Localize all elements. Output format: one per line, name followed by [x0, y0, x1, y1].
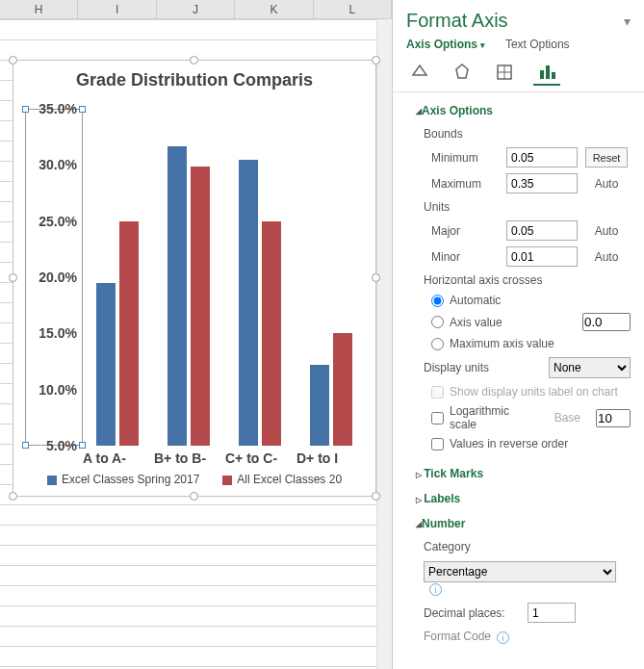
spreadsheet-area: H I J K L Grade Distribution Comparis [0, 0, 392, 669]
show-units-label-checkbox [431, 386, 444, 399]
legend-label: All Excel Classes 20 [237, 473, 342, 486]
max-axis-value-radio[interactable] [431, 338, 444, 350]
format-axis-pane: Format Axis ▾ Axis Options Text Options … [392, 0, 644, 669]
units-label: Units [416, 196, 631, 218]
y-tick: 35.0% [25, 101, 83, 116]
bar-series-1[interactable] [119, 221, 139, 446]
auto-label: Auto [585, 250, 628, 264]
bar-series-0[interactable] [167, 146, 187, 447]
x-tick: B+ to B- [154, 450, 225, 470]
svg-rect-5 [546, 65, 550, 79]
size-properties-icon[interactable] [491, 59, 518, 86]
log-base-input[interactable] [596, 409, 631, 427]
display-units-select[interactable]: None [549, 357, 631, 378]
col-header[interactable]: K [235, 0, 313, 18]
y-tick: 15.0% [25, 325, 83, 341]
log-base-label: Base [554, 411, 580, 425]
chart-title[interactable]: Grade Distribution Comparis [13, 61, 375, 94]
reverse-order-label: Values in reverse order [450, 437, 568, 450]
format-code-label: Format Code [424, 630, 491, 643]
x-tick: A to A- [83, 450, 154, 470]
max-axis-value-label: Maximum axis value [450, 337, 554, 350]
bar-series-0[interactable] [239, 160, 258, 447]
chart-object[interactable]: Grade Distribution Comparis 35.0% 30.0% … [13, 60, 376, 497]
svg-marker-0 [456, 64, 468, 78]
minor-label: Minor [431, 250, 499, 264]
decimal-places-input[interactable] [528, 603, 576, 623]
y-tick: 20.0% [25, 270, 83, 285]
reverse-order-checkbox[interactable] [431, 438, 444, 450]
auto-label: Auto [585, 177, 628, 191]
resize-handle-e[interactable] [372, 273, 380, 282]
bars-area [83, 109, 370, 446]
decimal-places-label: Decimal places: [424, 606, 520, 620]
resize-handle-n[interactable] [190, 56, 198, 64]
text-options-tab[interactable]: Text Options [505, 38, 570, 51]
reset-button[interactable]: Reset [585, 147, 628, 167]
automatic-label: Automatic [450, 294, 501, 307]
pane-title: Format Axis [406, 10, 508, 32]
automatic-radio[interactable] [431, 295, 444, 307]
vertical-scrollbar[interactable] [376, 19, 392, 669]
info-icon[interactable]: i [497, 631, 509, 644]
bar-series-1[interactable] [262, 221, 281, 446]
major-label: Major [431, 224, 499, 238]
number-section[interactable]: Number [416, 511, 631, 536]
col-header[interactable]: L [314, 0, 392, 18]
svg-rect-6 [552, 72, 555, 79]
x-axis-labels: A to A- B+ to B- C+ to C- D+ to I [83, 450, 375, 470]
resize-handle-ne[interactable] [372, 56, 380, 64]
resize-handle-se[interactable] [372, 492, 380, 501]
effects-icon[interactable] [449, 59, 476, 86]
category-icons [393, 59, 644, 92]
col-header[interactable]: H [0, 0, 78, 18]
y-tick: 30.0% [25, 157, 83, 172]
x-tick: C+ to C- [225, 450, 296, 470]
minimum-label: Minimum [431, 151, 499, 165]
legend-item: All Excel Classes 20 [222, 473, 342, 486]
legend-swatch-icon [222, 476, 232, 485]
column-headers: H I J K L [0, 0, 392, 19]
bar-series-1[interactable] [333, 333, 352, 446]
legend-swatch-icon [47, 476, 57, 485]
log-scale-checkbox[interactable] [431, 412, 444, 425]
fill-line-icon[interactable] [406, 59, 433, 86]
resize-handle-w[interactable] [9, 273, 17, 282]
h-axis-crosses-label: Horizontal axis crosses [416, 270, 631, 291]
axis-options-section[interactable]: Axis Options [416, 98, 631, 123]
resize-handle-s[interactable] [190, 492, 198, 501]
display-units-label: Display units [424, 361, 549, 374]
category-select[interactable]: Percentage [424, 561, 616, 582]
bar-series-0[interactable] [310, 365, 329, 446]
axis-options-icon[interactable] [533, 59, 560, 86]
chart-legend[interactable]: Excel Classes Spring 2017 All Excel Clas… [13, 473, 375, 486]
y-tick: 10.0% [25, 382, 83, 398]
col-header[interactable]: J [157, 0, 235, 18]
log-scale-label: Logarithmic scale [450, 404, 539, 431]
plot-area[interactable]: 35.0% 30.0% 25.0% 20.0% 15.0% 10.0% 5.0% [25, 109, 370, 446]
bar-series-1[interactable] [191, 167, 210, 447]
maximum-input[interactable] [506, 173, 578, 193]
info-icon[interactable]: i [429, 583, 442, 596]
resize-handle-nw[interactable] [9, 56, 17, 64]
pane-menu-icon[interactable]: ▾ [624, 13, 631, 29]
col-header[interactable]: I [78, 0, 156, 18]
bounds-label: Bounds [416, 123, 631, 144]
legend-label: Excel Classes Spring 2017 [62, 473, 199, 486]
x-tick: D+ to I [296, 450, 368, 470]
minor-input[interactable] [506, 246, 578, 267]
resize-handle-sw[interactable] [9, 492, 17, 501]
labels-section[interactable]: Labels [416, 486, 631, 511]
bar-series-0[interactable] [96, 283, 116, 446]
legend-item: Excel Classes Spring 2017 [47, 473, 199, 486]
tick-marks-section[interactable]: Tick Marks [416, 461, 631, 486]
minimum-input[interactable] [506, 147, 578, 167]
category-label: Category [416, 536, 631, 557]
show-units-label: Show display units label on chart [450, 385, 618, 399]
axis-options-tab[interactable]: Axis Options [406, 38, 485, 51]
major-input[interactable] [506, 220, 578, 241]
axis-value-input[interactable] [582, 313, 631, 331]
y-tick: 5.0% [25, 438, 83, 453]
axis-value-radio[interactable] [431, 316, 444, 328]
y-tick: 25.0% [25, 214, 83, 229]
